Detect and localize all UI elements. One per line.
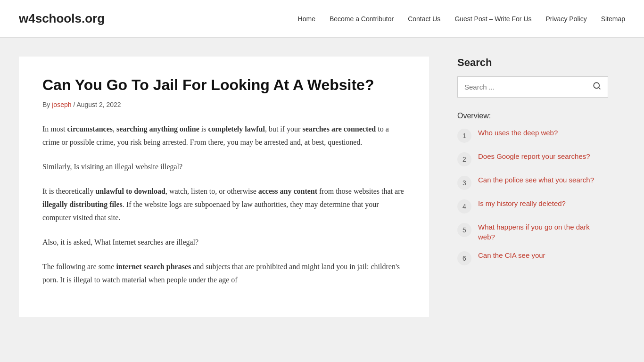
search-input[interactable] <box>464 83 593 91</box>
nav-sitemap[interactable]: Sitemap <box>601 15 625 23</box>
meta-author[interactable]: joseph <box>52 101 71 108</box>
overview-link-3[interactable]: Can the police see what you search? <box>478 175 594 185</box>
search-button[interactable] <box>593 82 601 92</box>
overview-item-1: 1 Who uses the deep web? <box>457 128 608 143</box>
article-paragraph-1: In most circumstances, searching anythin… <box>42 123 405 149</box>
article-paragraph-4: Also, it is asked, What Internet searche… <box>42 236 405 249</box>
site-header: w4schools.org Home Become a Contributor … <box>0 0 644 38</box>
search-icon <box>593 82 601 90</box>
nav-become-contributor[interactable]: Become a Contributor <box>330 15 394 23</box>
article-meta: By joseph / August 2, 2022 <box>42 101 405 108</box>
site-logo[interactable]: w4schools.org <box>19 11 105 26</box>
overview-number-2: 2 <box>457 152 471 166</box>
overview-title: Overview: <box>457 112 608 120</box>
sidebar: Search Overview: 1 Who uses the deep web… <box>457 57 608 317</box>
sidebar-overview-section: Overview: 1 Who uses the deep web? 2 Doe… <box>457 112 608 265</box>
overview-number-4: 4 <box>457 199 471 214</box>
nav-guest-post[interactable]: Guest Post – Write For Us <box>454 15 531 23</box>
overview-item-2: 2 Does Google report your searches? <box>457 151 608 166</box>
main-nav: Home Become a Contributor Contact Us Gue… <box>298 15 625 23</box>
overview-list: 1 Who uses the deep web? 2 Does Google r… <box>457 128 608 265</box>
overview-number-6: 6 <box>457 251 471 265</box>
overview-link-1[interactable]: Who uses the deep web? <box>478 128 558 138</box>
overview-link-5[interactable]: What happens if you go on the dark web? <box>478 222 608 242</box>
main-content: Can You Go To Jail For Looking At A Webs… <box>19 57 429 317</box>
nav-home[interactable]: Home <box>298 15 315 23</box>
nav-privacy-policy[interactable]: Privacy Policy <box>546 15 587 23</box>
overview-number-3: 3 <box>457 176 471 190</box>
svg-line-1 <box>598 87 600 89</box>
overview-item-4: 4 Is my history really deleted? <box>457 198 608 214</box>
overview-link-4[interactable]: Is my history really deleted? <box>478 198 566 208</box>
article-body: In most circumstances, searching anythin… <box>42 123 405 287</box>
overview-item-5: 5 What happens if you go on the dark web… <box>457 222 608 242</box>
sidebar-search-title: Search <box>457 57 608 69</box>
overview-item-3: 3 Can the police see what you search? <box>457 175 608 190</box>
meta-date: August 2, 2022 <box>76 101 121 108</box>
page-wrapper: Can You Go To Jail For Looking At A Webs… <box>0 38 644 336</box>
search-box <box>457 76 608 98</box>
article-title: Can You Go To Jail For Looking At A Webs… <box>42 75 405 95</box>
article-paragraph-2: Similarly, Is visiting an illegal websit… <box>42 160 405 173</box>
meta-by: By <box>42 101 50 108</box>
overview-number-1: 1 <box>457 129 471 143</box>
overview-item-6: 6 Can the CIA see your <box>457 250 608 265</box>
article-paragraph-3: It is theoretically unlawful to download… <box>42 185 405 224</box>
overview-link-6[interactable]: Can the CIA see your <box>478 250 545 260</box>
article-paragraph-5: The following are some internet search p… <box>42 260 405 287</box>
nav-contact-us[interactable]: Contact Us <box>408 15 440 23</box>
overview-number-5: 5 <box>457 223 471 237</box>
sidebar-search-section: Search <box>457 57 608 98</box>
overview-link-2[interactable]: Does Google report your searches? <box>478 151 590 161</box>
